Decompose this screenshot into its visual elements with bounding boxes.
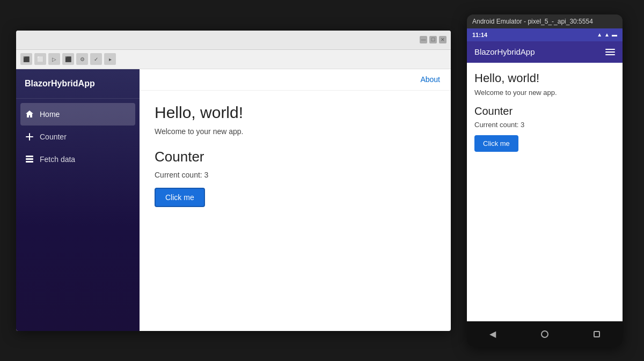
toolbar-icon-1[interactable]: ⬛ <box>20 53 32 65</box>
android-counter-heading: Counter <box>474 105 615 117</box>
android-hello-heading: Hello, world! <box>474 71 615 85</box>
svg-rect-2 <box>26 161 33 163</box>
signal-icon: ▲ <box>604 32 610 38</box>
status-icons: ▲ ▲ ▬ <box>597 32 617 38</box>
page-welcome-text: Welcome to your new app. <box>155 127 436 136</box>
close-button[interactable]: ✕ <box>439 36 447 43</box>
window-body: BlazorHybridApp Home <box>16 69 451 331</box>
sidebar-item-counter[interactable]: Counter <box>16 126 140 148</box>
android-click-me-button[interactable]: Click me <box>474 135 518 152</box>
hamburger-menu-button[interactable] <box>605 49 615 55</box>
android-bottom-nav: ◀ <box>467 321 623 347</box>
sidebar-item-home-label: Home <box>40 110 60 119</box>
android-content: Hello, world! Welcome to your new app. C… <box>467 63 623 321</box>
main-topbar: About <box>140 69 451 91</box>
toolbar-icon-7[interactable]: ▸ <box>104 53 116 65</box>
toolbar-icon-6[interactable]: ✓ <box>90 53 102 65</box>
android-status-bar: 11:14 ▲ ▲ ▬ <box>467 28 623 41</box>
android-welcome-text: Welcome to your new app. <box>474 89 615 97</box>
android-app-title: BlazorHybridApp <box>474 47 535 56</box>
sidebar-item-counter-label: Counter <box>40 132 67 141</box>
android-current-count: Current count: 3 <box>474 121 615 129</box>
sidebar-item-fetchdata-label: Fetch data <box>40 155 75 164</box>
sidebar-nav: Home Counter <box>16 99 140 175</box>
android-recents-square <box>594 331 600 337</box>
plus-icon <box>25 132 34 142</box>
main-content: About Hello, world! Welcome to your new … <box>140 69 451 331</box>
desktop-window: — ☐ ✕ ⬛ ⬜ ▷ ⬛ ⚙ ✓ ▸ BlazorHybridApp H <box>16 31 451 331</box>
toolbar-icon-5[interactable]: ⚙ <box>76 53 88 65</box>
emulator-titlebar: Android Emulator - pixel_5_-_api_30:5554 <box>467 14 623 28</box>
page-hello-heading: Hello, world! <box>155 104 436 122</box>
counter-section-heading: Counter <box>155 149 436 165</box>
wifi-icon: ▲ <box>597 32 602 38</box>
hamburger-line-3 <box>605 54 615 55</box>
window-toolbar: ⬛ ⬜ ▷ ⬛ ⚙ ✓ ▸ <box>16 50 451 69</box>
svg-rect-0 <box>26 156 33 157</box>
svg-rect-1 <box>26 158 33 160</box>
sidebar-brand: BlazorHybridApp <box>16 69 140 99</box>
android-app-navbar: BlazorHybridApp <box>467 41 623 63</box>
hamburger-line-2 <box>605 51 615 53</box>
android-home-button[interactable] <box>534 323 555 345</box>
window-titlebar: — ☐ ✕ <box>16 31 451 50</box>
sidebar-item-fetchdata[interactable]: Fetch data <box>16 148 140 171</box>
battery-icon: ▬ <box>612 32 617 38</box>
table-icon <box>25 154 34 164</box>
status-time: 11:14 <box>472 32 487 38</box>
android-recents-button[interactable] <box>586 323 608 345</box>
sidebar-item-home[interactable]: Home <box>20 103 135 126</box>
click-me-button[interactable]: Click me <box>155 188 205 207</box>
android-emulator: Android Emulator - pixel_5_-_api_30:5554… <box>467 14 623 347</box>
about-link[interactable]: About <box>420 75 440 84</box>
current-count-label: Current count: 3 <box>155 171 436 179</box>
hamburger-line-1 <box>605 49 615 50</box>
toolbar-icon-4[interactable]: ⬛ <box>62 53 74 65</box>
toolbar-icon-2[interactable]: ⬜ <box>34 53 46 65</box>
maximize-button[interactable]: ☐ <box>429 36 437 43</box>
android-back-button[interactable]: ◀ <box>482 323 503 345</box>
toolbar-icon-3[interactable]: ▷ <box>48 53 60 65</box>
home-icon <box>25 109 34 119</box>
android-home-circle <box>541 330 548 338</box>
minimize-button[interactable]: — <box>420 36 427 43</box>
main-scroll: Hello, world! Welcome to your new app. C… <box>140 91 451 331</box>
sidebar: BlazorHybridApp Home <box>16 69 140 331</box>
